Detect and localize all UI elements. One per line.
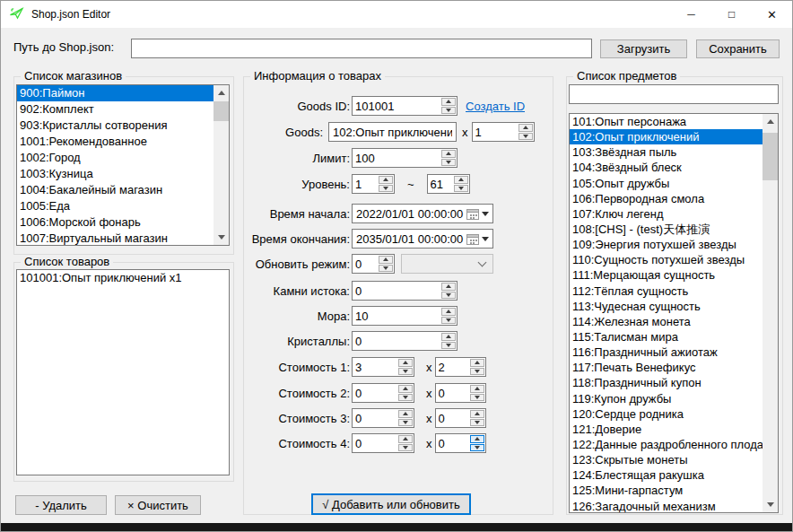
crystals-input[interactable]	[353, 332, 440, 350]
shop-list-item[interactable]: 902:Комплект	[17, 101, 214, 118]
spin-up-button[interactable]	[441, 150, 456, 158]
item-list-item[interactable]: 103:Звёздная пыль	[570, 144, 762, 160]
spin-down-button[interactable]	[470, 368, 484, 376]
item-list-item[interactable]: 118:Праздничный купон	[570, 375, 762, 390]
cost4-count-input[interactable]	[436, 434, 469, 452]
level-max-input[interactable]	[428, 175, 453, 193]
clear-button[interactable]: × Очистить	[115, 495, 201, 515]
item-list-item[interactable]: 109:Энергия потухшей звезды	[570, 237, 762, 252]
scrollbar-up-button[interactable]	[214, 85, 229, 100]
shops-scrollbar[interactable]	[214, 85, 229, 245]
spin-down-button[interactable]	[470, 444, 484, 452]
spin-up-button[interactable]	[379, 176, 393, 184]
scrollbar-thumb[interactable]	[214, 101, 229, 121]
spin-down-button[interactable]	[470, 419, 484, 427]
spin-down-button[interactable]	[398, 394, 413, 402]
item-list-item[interactable]: 117:Печать Венефикус	[570, 360, 762, 375]
save-button[interactable]: Сохранить	[696, 39, 780, 58]
item-list-item[interactable]: 112:Тёплая сущность	[570, 283, 762, 299]
spin-down-button[interactable]	[379, 185, 393, 193]
shops-listbox[interactable]: 900:Паймон902:Комплект903:Кристаллы сотв…	[16, 84, 230, 246]
spin-down-button[interactable]	[398, 368, 413, 376]
cost2-count-input[interactable]	[436, 384, 469, 402]
item-list-item[interactable]: 108:[CHS] - (test)天体推演	[570, 222, 762, 237]
goods-count-input[interactable]	[473, 123, 518, 141]
time-end-picker[interactable]: 2035/01/01 00:00:00	[352, 229, 493, 249]
shop-list-item[interactable]: 1006:Морской фонарь	[17, 214, 214, 231]
scrollbar-down-button[interactable]	[762, 497, 778, 512]
spin-up-button[interactable]	[441, 98, 456, 106]
close-button[interactable]: ✕	[752, 2, 792, 28]
item-list-item[interactable]: 115:Талисман мира	[570, 329, 762, 344]
cost4-id-input[interactable]	[353, 434, 397, 452]
item-list-item[interactable]: 105:Опыт дружбы	[570, 176, 762, 191]
cost1-id-input[interactable]	[353, 358, 397, 376]
cost3-count-input[interactable]	[436, 409, 469, 427]
shop-list-item[interactable]: 903:Кристаллы сотворения	[17, 118, 214, 134]
goods-id-input[interactable]	[353, 97, 440, 115]
spin-up-button[interactable]	[398, 359, 413, 367]
load-button[interactable]: Загрузить	[600, 39, 687, 58]
spin-down-button[interactable]	[518, 133, 533, 141]
spin-up-button[interactable]	[398, 385, 413, 393]
spin-up-button[interactable]	[518, 124, 533, 132]
item-list-item[interactable]: 116:Праздничный ажиотаж	[570, 344, 762, 360]
item-list-item[interactable]: 124:Блестящая ракушка	[570, 467, 762, 483]
limit-input[interactable]	[353, 149, 440, 167]
shop-list-item[interactable]: 1002:Город	[17, 150, 214, 166]
path-input[interactable]	[131, 39, 592, 58]
refresh-mode-combobox[interactable]	[401, 254, 493, 274]
goods-input[interactable]	[328, 122, 457, 142]
time-start-picker[interactable]: 2022/01/01 00:00:00	[352, 204, 493, 223]
cart-listbox[interactable]: 101001:Опыт приключений x1	[16, 269, 230, 475]
refresh-mode-input[interactable]	[353, 255, 378, 273]
item-list-item[interactable]: 123:Скрытые монеты	[570, 452, 762, 467]
spin-up-button[interactable]	[470, 385, 484, 393]
cart-list-item[interactable]: 101001:Опыт приключений x1	[17, 270, 229, 286]
primogems-input[interactable]	[353, 282, 440, 300]
item-list-item[interactable]: 114:Железная монета	[570, 314, 762, 329]
scrollbar-thumb[interactable]	[762, 133, 778, 180]
spin-down-button[interactable]	[441, 159, 456, 167]
shop-list-item[interactable]: 1005:Еда	[17, 198, 214, 214]
item-list-item[interactable]: 101:Опыт персонажа	[570, 114, 762, 129]
spin-down-button[interactable]	[379, 265, 393, 273]
spin-up-button[interactable]	[470, 410, 484, 418]
shop-list-item[interactable]: 1003:Кузница	[17, 166, 214, 182]
spin-down-button[interactable]	[441, 317, 456, 325]
spin-up-button[interactable]	[441, 308, 456, 316]
minimize-button[interactable]: ─	[671, 2, 711, 28]
spin-up-button[interactable]	[398, 435, 413, 443]
item-list-item[interactable]: 122:Данные раздробленного плода	[570, 437, 762, 452]
spin-down-button[interactable]	[441, 342, 456, 350]
items-listbox[interactable]: 101:Опыт персонажа102:Опыт приключений10…	[569, 113, 779, 513]
spin-up-button[interactable]	[379, 256, 393, 264]
spin-up-button[interactable]	[454, 176, 468, 184]
item-list-item[interactable]: 121:Доверие	[570, 422, 762, 437]
item-list-item[interactable]: 107:Ключ легенд	[570, 206, 762, 222]
level-min-input[interactable]	[353, 175, 378, 193]
shop-list-item[interactable]: 1007:Виртуальный магазин	[17, 231, 214, 245]
item-list-item[interactable]: 111:Мерцающая сущность	[570, 267, 762, 283]
spin-up-button[interactable]	[398, 410, 413, 418]
item-search-input[interactable]	[569, 84, 779, 104]
item-list-item[interactable]: 125:Мини-гарпастум	[570, 483, 762, 498]
spin-down-button[interactable]	[398, 444, 413, 452]
item-list-item[interactable]: 106:Первородная смола	[570, 191, 762, 206]
spin-up-button[interactable]	[470, 435, 484, 443]
shop-list-item[interactable]: 900:Паймон	[17, 85, 214, 101]
add-or-update-button[interactable]: √ Добавить или обновить	[311, 493, 471, 515]
item-list-item[interactable]: 102:Опыт приключений	[570, 129, 762, 144]
item-list-item[interactable]: 120:Сердце родника	[570, 406, 762, 422]
spin-down-button[interactable]	[441, 292, 456, 300]
spin-up-button[interactable]	[441, 283, 456, 291]
shop-list-item[interactable]: 1004:Бакалейный магазин	[17, 182, 214, 198]
spin-down-button[interactable]	[470, 394, 484, 402]
item-list-item[interactable]: 110:Сущность потухшей звезды	[570, 252, 762, 267]
cost1-count-input[interactable]	[436, 358, 469, 376]
create-id-link[interactable]: Создать ID	[466, 100, 525, 113]
item-list-item[interactable]: 104:Звёздный блеск	[570, 160, 762, 175]
item-list-item[interactable]: 119:Купон дружбы	[570, 391, 762, 406]
item-list-item[interactable]: 113:Чудесная сущность	[570, 299, 762, 314]
cost3-id-input[interactable]	[353, 409, 397, 427]
